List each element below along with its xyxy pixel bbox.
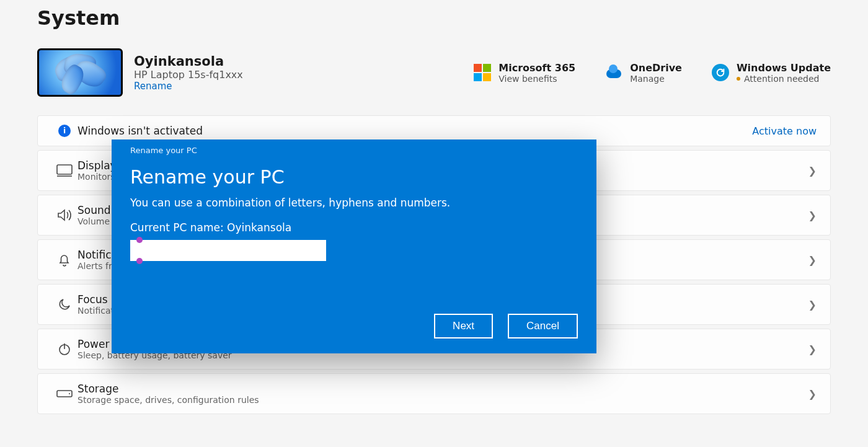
svg-point-5 (69, 393, 70, 394)
chevron-right-icon: ❯ (808, 343, 817, 355)
bell-icon (51, 252, 78, 267)
dialog-current-name: Current PC name: Oyinkansola (130, 221, 578, 234)
promo-onedrive-sub: Manage (630, 74, 682, 84)
chevron-right-icon: ❯ (808, 388, 817, 400)
moon-icon (51, 297, 78, 312)
promo-m365-title: Microsoft 365 (498, 62, 575, 74)
device-name: Oyinkansola (134, 54, 243, 69)
promo-onedrive-title: OneDrive (630, 62, 682, 74)
storage-icon (51, 389, 78, 399)
next-button[interactable]: Next (434, 314, 493, 339)
activate-now-link[interactable]: Activate now (752, 125, 817, 137)
activation-message: Windows isn't activated (78, 125, 752, 137)
promo-wu-title: Windows Update (737, 62, 831, 74)
power-icon (51, 342, 78, 356)
onedrive-icon (605, 67, 622, 78)
promo-onedrive[interactable]: OneDrive Manage (605, 62, 682, 84)
chevron-right-icon: ❯ (808, 165, 817, 177)
promo-m365-sub: View benefits (498, 74, 575, 84)
device-thumbnail (37, 48, 123, 97)
chevron-right-icon: ❯ (808, 299, 817, 311)
microsoft-logo-icon (474, 64, 491, 81)
selection-handle-icon (136, 258, 143, 264)
promo-windows-update[interactable]: Windows Update Attention needed (712, 62, 831, 84)
dialog-description: You can use a combination of letters, hy… (130, 197, 578, 209)
chevron-right-icon: ❯ (808, 210, 817, 221)
pc-name-input[interactable] (130, 240, 326, 261)
cancel-button[interactable]: Cancel (508, 314, 578, 339)
svg-rect-0 (57, 165, 72, 174)
setting-storage-title: Storage (78, 383, 808, 395)
page-title: System (37, 6, 831, 30)
dialog-heading: Rename your PC (130, 166, 578, 188)
chevron-right-icon: ❯ (808, 254, 817, 266)
sound-icon (51, 208, 78, 222)
setting-storage-sub: Storage space, drives, configuration rul… (78, 395, 808, 405)
selection-handle-icon (136, 237, 143, 243)
promo-wu-sub: Attention needed (737, 74, 831, 84)
rename-pc-dialog: Rename your PC Rename your PC You can us… (112, 139, 596, 353)
setting-storage[interactable]: Storage Storage space, drives, configura… (37, 373, 831, 414)
rename-link[interactable]: Rename (134, 81, 243, 92)
dialog-titlebar: Rename your PC (130, 139, 578, 155)
windows-update-icon (712, 64, 729, 81)
device-model: HP Laptop 15s-fq1xxx (134, 69, 243, 81)
display-icon (51, 164, 78, 177)
promo-m365[interactable]: Microsoft 365 View benefits (474, 62, 575, 84)
info-icon: i (58, 125, 71, 137)
device-summary: Oyinkansola HP Laptop 15s-fq1xxx Rename … (37, 48, 831, 97)
